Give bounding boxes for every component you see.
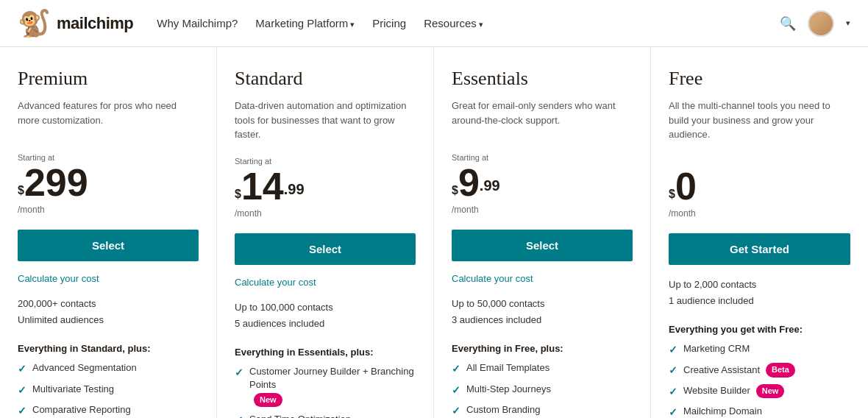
check-icon: ✓ [669, 405, 677, 418]
plan-standard: Standard Data-driven automation and opti… [217, 47, 434, 418]
logo-text: mailchimp [57, 14, 133, 33]
pricing-grid: Premium Advanced features for pros who n… [0, 47, 868, 418]
feature-text: All Email Templates [466, 361, 549, 375]
navbar: 🐒 mailchimp Why Mailchimp? Marketing Pla… [0, 0, 868, 47]
nav-left: 🐒 mailchimp Why Mailchimp? Marketing Pla… [18, 10, 483, 37]
nav-why-mailchimp[interactable]: Why Mailchimp? [157, 17, 238, 29]
price-main-essentials: 9 [458, 163, 480, 202]
check-icon: ✓ [235, 414, 243, 418]
contacts-essentials: Up to 50,000 contacts3 audiences include… [452, 296, 633, 328]
plan-desc-free: All the multi-channel tools you need to … [669, 99, 850, 142]
features-label-free: Everything you get with Free: [669, 324, 850, 335]
price-row-standard: $ 14 .99 [235, 167, 416, 205]
starting-at-free [669, 157, 850, 166]
nav-marketing-platform[interactable]: Marketing Platform [255, 17, 355, 29]
feature-item: ✓ Multi-Step Journeys [452, 383, 633, 398]
plan-desc-standard: Data-driven automation and optimization … [235, 99, 416, 142]
price-main-free: 0 [675, 167, 697, 205]
select-button-essentials[interactable]: Select [452, 230, 633, 261]
plan-name-standard: Standard [235, 68, 416, 90]
contacts-standard: Up to 100,000 contacts5 audiences includ… [235, 300, 416, 332]
price-section-essentials: Starting at $ 9 .99 /month [452, 153, 633, 215]
check-icon: ✓ [18, 383, 26, 398]
feature-list-essentials: ✓ All Email Templates ✓ Multi-Step Journ… [452, 361, 633, 418]
mailchimp-logo-icon: 🐒 [18, 10, 51, 37]
feature-text: Creative Assistant Beta [683, 363, 795, 377]
check-icon: ✓ [18, 404, 26, 418]
nav-pricing[interactable]: Pricing [372, 17, 406, 29]
feature-item: ✓ Website Builder New [669, 384, 850, 400]
plan-name-free: Free [669, 68, 850, 90]
feature-item: ✓ All Email Templates [452, 361, 633, 377]
price-dollar-essentials: $ [452, 180, 458, 202]
plan-desc-premium: Advanced features for pros who need more… [18, 99, 199, 138]
price-dollar-standard: $ [235, 184, 241, 205]
feature-item: ✓ Customer Journey Builder + Branching P… [235, 365, 416, 408]
check-icon: ✓ [235, 366, 243, 380]
price-section-free: $ 0 /month [669, 157, 850, 219]
plan-essentials: Essentials Great for email-only senders … [434, 47, 651, 418]
price-main-standard: 14 [241, 167, 284, 205]
price-month-premium: /month [18, 205, 199, 215]
feature-item: ✓ Marketing CRM [669, 342, 850, 358]
plan-free: Free All the multi-channel tools you nee… [651, 47, 868, 418]
contacts-free: Up to 2,000 contacts1 audience included [669, 277, 850, 309]
plan-premium: Premium Advanced features for pros who n… [0, 47, 217, 418]
check-icon: ✓ [452, 362, 460, 377]
price-month-free: /month [669, 208, 850, 219]
select-button-premium[interactable]: Select [18, 230, 199, 261]
feature-list-standard: ✓ Customer Journey Builder + Branching P… [235, 365, 416, 418]
feature-item: ✓ Comparative Reporting [18, 403, 199, 418]
feature-text: Send Time Optimization [249, 413, 351, 418]
price-cents-essentials: .99 [480, 169, 500, 202]
check-icon: ✓ [452, 404, 460, 418]
features-label-essentials: Everything in Free, plus: [452, 343, 633, 354]
calc-cost-essentials[interactable]: Calculate your cost [452, 273, 633, 284]
check-icon: ✓ [669, 385, 677, 400]
feature-item: ✓ Multivariate Testing [18, 383, 199, 398]
nav-logo: 🐒 mailchimp [18, 10, 133, 37]
price-month-essentials: /month [452, 205, 633, 215]
price-month-standard: /month [235, 208, 416, 219]
plan-name-premium: Premium [18, 68, 199, 90]
plan-name-essentials: Essentials [452, 68, 633, 90]
search-icon[interactable]: 🔍 [780, 15, 796, 32]
price-row-essentials: $ 9 .99 [452, 163, 633, 202]
calc-cost-standard[interactable]: Calculate your cost [235, 277, 416, 288]
new-badge: New [756, 384, 785, 398]
get-started-button-free[interactable]: Get Started [669, 233, 850, 265]
avatar[interactable] [808, 10, 834, 37]
feature-list-free: ✓ Marketing CRM ✓ Creative Assistant Bet… [669, 342, 850, 418]
feature-list-premium: ✓ Advanced Segmentation ✓ Multivariate T… [18, 361, 199, 418]
feature-text: Multi-Step Journeys [466, 383, 551, 396]
account-arrow-icon: ▾ [846, 18, 850, 28]
price-section-standard: Starting at $ 14 .99 /month [235, 157, 416, 219]
check-icon: ✓ [18, 362, 26, 377]
feature-text: Website Builder New [683, 384, 784, 398]
feature-text: Mailchimp Domain [683, 405, 762, 418]
new-badge: New [254, 393, 282, 407]
price-dollar-premium: $ [18, 180, 24, 202]
calc-cost-premium[interactable]: Calculate your cost [18, 273, 199, 284]
feature-text: Marketing CRM [683, 342, 750, 355]
check-icon: ✓ [669, 343, 677, 358]
plan-desc-essentials: Great for email-only senders who want ar… [452, 99, 633, 138]
nav-right: 🔍 ▾ [780, 10, 850, 37]
feature-text: Multivariate Testing [32, 383, 114, 396]
contacts-premium: 200,000+ contactsUnlimited audiences [18, 296, 199, 328]
price-dollar-free: $ [669, 184, 675, 205]
feature-item: ✓ Mailchimp Domain [669, 405, 850, 418]
price-main-premium: 299 [24, 163, 88, 202]
price-row-free: $ 0 [669, 167, 850, 205]
price-section-premium: Starting at $ 299 /month [18, 153, 199, 215]
price-cents-standard: .99 [284, 173, 305, 205]
check-icon: ✓ [452, 383, 460, 398]
nav-links: Why Mailchimp? Marketing Platform Pricin… [157, 17, 483, 29]
feature-text: Custom Branding [466, 403, 540, 417]
feature-text: Advanced Segmentation [32, 361, 137, 375]
feature-item: ✓ Custom Branding [452, 403, 633, 418]
select-button-standard[interactable]: Select [235, 233, 416, 265]
nav-resources[interactable]: Resources [424, 17, 483, 29]
feature-item: ✓ Creative Assistant Beta [669, 363, 850, 378]
feature-item: ✓ Advanced Segmentation [18, 361, 199, 377]
